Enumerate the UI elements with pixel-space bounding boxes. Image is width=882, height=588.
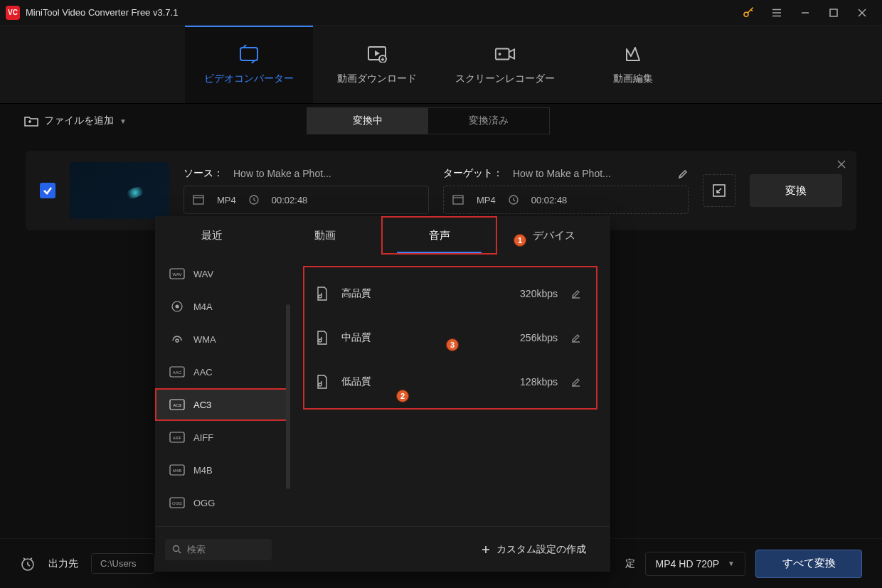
chevron-down-icon: ▼ xyxy=(119,117,127,125)
convert-all-button[interactable]: すべて変換 xyxy=(755,550,862,578)
close-icon[interactable] xyxy=(848,0,876,26)
format-icon xyxy=(452,195,464,205)
tab-screen-recorder[interactable]: スクリーンレコーダー xyxy=(441,26,569,103)
format-label: AAC xyxy=(193,367,213,378)
add-file-button[interactable]: ファイルを追加 ▼ xyxy=(17,110,134,132)
source-label: ソース： xyxy=(184,167,223,180)
tab-video-editor[interactable]: 動画編集 xyxy=(569,26,697,103)
svg-marker-10 xyxy=(375,50,380,56)
format-dropdown: 最近 動画 音声 デバイス WAV WAV M4A WMA AAC AAC AC xyxy=(155,216,610,572)
audio-format-icon: OGG xyxy=(169,497,185,508)
audio-file-icon xyxy=(316,331,329,345)
format-label: M4B xyxy=(193,465,213,476)
annotation-badge-2: 2 xyxy=(396,390,409,402)
plus-icon xyxy=(481,545,491,555)
audio-format-icon xyxy=(169,301,185,312)
format-trail: 定 xyxy=(625,557,635,570)
tab-video-converter[interactable]: ビデオコンバーター xyxy=(185,26,313,103)
source-column: ソース： How to Make a Phot... MP4 00:02:48 xyxy=(184,167,429,214)
quality-row-high[interactable]: 高品質 320kbps xyxy=(307,272,593,316)
schedule-icon[interactable] xyxy=(20,556,36,572)
svg-point-28 xyxy=(176,305,179,308)
annotation-badge-1: 1 xyxy=(514,234,526,247)
tab-label: スクリーンレコーダー xyxy=(455,73,555,85)
recorder-icon xyxy=(494,46,516,63)
seg-converting[interactable]: 変換中 xyxy=(307,108,428,134)
edit-icon[interactable] xyxy=(570,377,585,387)
audio-file-icon xyxy=(316,287,329,301)
edit-icon[interactable] xyxy=(570,289,585,299)
quality-row-low[interactable]: 低品質 128kbps xyxy=(307,360,593,404)
dd-tab-recent[interactable]: 最近 xyxy=(155,216,268,255)
format-item-wma[interactable]: WMA xyxy=(155,323,290,356)
target-label: ターゲット： xyxy=(443,167,503,180)
menu-icon[interactable] xyxy=(763,0,791,26)
tab-video-download[interactable]: 動画ダウンロード xyxy=(313,26,441,103)
target-duration: 00:02:48 xyxy=(531,195,568,205)
svg-text:AIFF: AIFF xyxy=(173,436,182,440)
dd-tab-device[interactable]: デバイス xyxy=(497,216,610,255)
dropdown-footer: 検索 カスタム設定の作成 xyxy=(155,526,610,572)
clock-icon xyxy=(509,195,519,205)
format-item-ac3[interactable]: AC3 AC3 xyxy=(155,388,290,421)
tab-label: 動画編集 xyxy=(613,73,653,85)
download-icon xyxy=(366,46,388,63)
title-bar: VC MiniTool Video Converter Free v3.7.1 xyxy=(0,0,882,26)
conversion-status-segment: 変換中 変換済み xyxy=(307,107,550,134)
task-thumbnail[interactable] xyxy=(70,162,169,219)
audio-format-icon: AIFF xyxy=(169,432,185,443)
quality-options: 高品質 320kbps 中品質 256kbps 低品質 128kbps xyxy=(303,266,597,410)
quality-row-mid[interactable]: 中品質 256kbps xyxy=(307,316,593,360)
convert-button[interactable]: 変換 xyxy=(750,174,842,207)
search-input[interactable]: 検索 xyxy=(165,539,272,560)
remove-task-icon[interactable] xyxy=(836,159,846,169)
dropdown-tabs: 最近 動画 音声 デバイス xyxy=(155,216,610,255)
svg-rect-16 xyxy=(193,196,203,204)
source-format: MP4 xyxy=(217,195,236,205)
format-label: OGG xyxy=(193,498,215,508)
format-sidebar[interactable]: WAV WAV M4A WMA AAC AAC AC3 AC3 AIFF AIF xyxy=(155,255,290,572)
create-custom-button[interactable]: カスタム設定の作成 xyxy=(481,543,586,556)
add-file-icon xyxy=(24,115,38,127)
svg-text:AC3: AC3 xyxy=(173,403,181,407)
quality-panel: 高品質 320kbps 中品質 256kbps 低品質 128kbps xyxy=(290,255,610,572)
seg-converted[interactable]: 変換済み xyxy=(428,108,549,134)
edit-target-icon[interactable] xyxy=(677,169,689,180)
audio-file-icon xyxy=(316,375,329,389)
chevron-down-icon: ▼ xyxy=(728,560,735,567)
tab-label: 動画ダウンロード xyxy=(337,73,417,85)
minimize-icon[interactable] xyxy=(791,0,819,26)
audio-format-icon: WAV xyxy=(169,268,185,279)
search-icon xyxy=(172,545,181,554)
target-title: How to Make a Phot... xyxy=(513,168,611,179)
source-meta: MP4 00:02:48 xyxy=(184,186,429,214)
svg-text:OGG: OGG xyxy=(172,501,182,506)
format-item-wav[interactable]: WAV WAV xyxy=(155,257,290,290)
compress-button[interactable] xyxy=(703,174,735,207)
output-format-select[interactable]: MP4 HD 720P ▼ xyxy=(645,552,745,576)
maximize-icon[interactable] xyxy=(819,0,848,26)
output-path[interactable]: C:\Users xyxy=(91,553,155,574)
quality-rate: 320kbps xyxy=(501,288,558,299)
search-placeholder: 検索 xyxy=(187,543,206,556)
svg-text:M4B: M4B xyxy=(173,469,181,473)
source-title: How to Make a Phot... xyxy=(233,168,331,179)
target-format: MP4 xyxy=(477,195,496,205)
key-icon[interactable] xyxy=(734,0,763,26)
format-item-ogg[interactable]: OGG OGG xyxy=(155,486,290,519)
format-value: MP4 HD 720P xyxy=(656,558,719,570)
dd-tab-video[interactable]: 動画 xyxy=(268,216,381,255)
format-label: AC3 xyxy=(193,400,211,410)
edit-icon[interactable] xyxy=(570,333,585,343)
format-item-m4a[interactable]: M4A xyxy=(155,290,290,323)
format-item-aiff[interactable]: AIFF AIFF xyxy=(155,421,290,454)
target-meta[interactable]: MP4 00:02:48 xyxy=(443,186,689,214)
svg-line-41 xyxy=(179,551,181,553)
format-item-m4b[interactable]: M4B M4B xyxy=(155,454,290,486)
format-item-aac[interactable]: AAC AAC xyxy=(155,356,290,388)
svg-text:WAV: WAV xyxy=(173,272,182,277)
editor-icon xyxy=(622,46,644,63)
dd-tab-audio[interactable]: 音声 xyxy=(381,216,497,255)
task-checkbox[interactable] xyxy=(40,183,55,198)
format-label: WMA xyxy=(193,334,216,345)
